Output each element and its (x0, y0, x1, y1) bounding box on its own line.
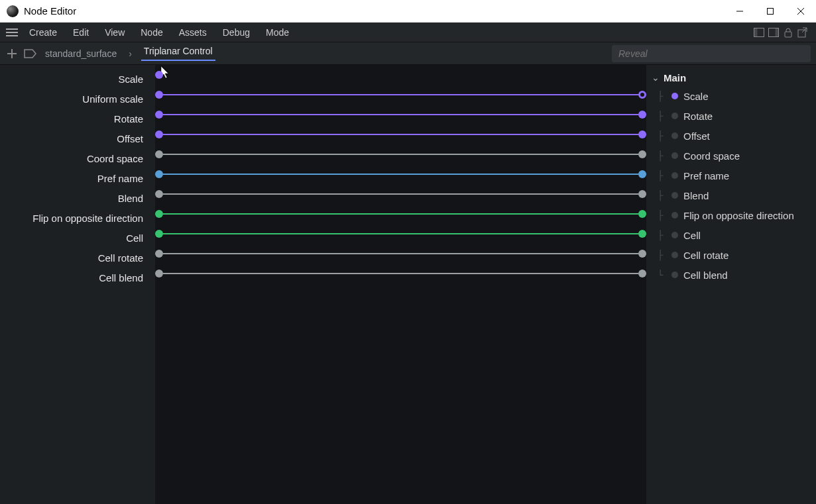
attribute-knob[interactable] (671, 132, 678, 139)
menu-item-mode[interactable]: Mode (258, 23, 297, 42)
side-item-label: Offset (683, 130, 710, 142)
side-item[interactable]: ├Flip on opposite direction (654, 205, 811, 225)
tree-branch-icon: ├ (654, 190, 666, 201)
param-row: Flip on opposite direction (0, 208, 155, 228)
lock-icon[interactable] (782, 26, 795, 39)
side-item-label: Cell rotate (683, 250, 729, 261)
param-label: Coord space (87, 153, 143, 164)
port-dot[interactable] (155, 150, 163, 158)
tag-icon[interactable] (24, 47, 37, 60)
svg-rect-12 (798, 30, 805, 37)
port-dot[interactable] (638, 210, 646, 218)
port-dot[interactable] (155, 210, 163, 218)
reveal-search[interactable] (612, 45, 811, 62)
layout-right-icon[interactable] (767, 26, 780, 39)
wire (163, 233, 638, 234)
attribute-knob[interactable] (671, 232, 678, 238)
wire (163, 154, 638, 155)
add-icon[interactable] (5, 47, 19, 60)
side-item[interactable]: ├Pref name (654, 166, 811, 185)
menu-item-create[interactable]: Create (21, 23, 65, 42)
port-dot[interactable] (155, 230, 163, 238)
attribute-knob[interactable] (671, 113, 678, 119)
port-dot[interactable] (638, 111, 646, 119)
side-item[interactable]: ├Cell rotate (654, 245, 811, 265)
hamburger-icon[interactable] (3, 23, 21, 42)
menu-item-view[interactable]: View (97, 23, 133, 42)
connection-line[interactable] (155, 249, 646, 258)
layout-left-icon[interactable] (752, 26, 766, 39)
breadcrumb-root[interactable]: standard_surface (42, 48, 119, 59)
menubar: CreateEditViewNodeAssetsDebugMode (0, 23, 816, 42)
attribute-knob[interactable] (671, 272, 678, 278)
maximize-button[interactable] (755, 0, 786, 23)
side-item[interactable]: └Cell blend (654, 265, 811, 285)
side-item[interactable]: ├Cell (654, 225, 811, 245)
connection-line[interactable] (155, 110, 646, 119)
port-dot[interactable] (155, 71, 163, 79)
connection-line[interactable] (155, 209, 646, 219)
port-dot[interactable] (638, 190, 646, 198)
wire (163, 213, 638, 215)
menu-item-node[interactable]: Node (133, 23, 170, 42)
port-dot[interactable] (155, 91, 163, 99)
param-label: Offset (117, 133, 143, 144)
port-dot[interactable] (155, 190, 163, 198)
port-dot[interactable] (638, 170, 646, 178)
connection-line[interactable] (155, 70, 646, 79)
minimize-button[interactable] (725, 0, 755, 23)
param-row: Cell blend (0, 268, 155, 287)
wire (163, 253, 638, 254)
app-icon (7, 5, 19, 17)
close-button[interactable] (786, 0, 816, 23)
menu-item-assets[interactable]: Assets (171, 23, 215, 42)
side-item-label: Cell (683, 230, 701, 241)
node-canvas[interactable] (155, 65, 646, 504)
side-item[interactable]: ├Coord space (654, 146, 811, 166)
port-dot[interactable] (155, 170, 163, 178)
side-item[interactable]: ├Offset (654, 126, 811, 146)
svg-rect-1 (768, 8, 774, 14)
tree-branch-icon: ├ (654, 230, 666, 240)
port-dot[interactable] (155, 250, 163, 258)
connection-line[interactable] (155, 90, 646, 99)
svg-rect-8 (754, 28, 758, 36)
param-label: Uniform scale (82, 93, 143, 105)
attribute-knob[interactable] (671, 93, 678, 99)
side-item[interactable]: ├Rotate (654, 106, 811, 126)
attribute-knob[interactable] (671, 212, 678, 219)
param-label: Scale (118, 74, 143, 85)
port-dot[interactable] (155, 111, 163, 119)
port-dot[interactable] (638, 270, 646, 277)
side-item[interactable]: ├Blend (654, 185, 811, 205)
connection-line[interactable] (155, 229, 646, 238)
tree-branch-icon: └ (654, 270, 666, 280)
port-dot[interactable] (155, 270, 163, 277)
menu-item-debug[interactable]: Debug (215, 23, 258, 42)
side-item[interactable]: ├Scale (654, 86, 811, 106)
port-dot[interactable] (638, 130, 646, 138)
connection-line[interactable] (155, 170, 646, 179)
connection-line[interactable] (155, 130, 646, 139)
breadcrumb-current[interactable]: Triplanar Control (141, 46, 215, 61)
port-dot[interactable] (155, 130, 163, 138)
attribute-knob[interactable] (671, 172, 678, 179)
chevron-down-icon[interactable]: ⌄ (652, 72, 660, 83)
popout-icon[interactable] (796, 26, 809, 39)
attribute-knob[interactable] (671, 252, 678, 258)
connection-line[interactable] (155, 189, 646, 199)
tree-branch-icon: ├ (654, 210, 666, 221)
reveal-input[interactable] (618, 48, 804, 59)
port-dot[interactable] (638, 230, 646, 238)
port-dot[interactable] (638, 91, 646, 99)
port-dot[interactable] (638, 150, 646, 158)
port-dot[interactable] (638, 250, 646, 258)
menu-item-edit[interactable]: Edit (65, 23, 97, 42)
connection-line[interactable] (155, 269, 646, 278)
titlebar: Node Editor (0, 0, 816, 23)
attribute-knob[interactable] (671, 152, 678, 159)
param-row: Scale (0, 69, 155, 89)
attribute-knob[interactable] (671, 192, 678, 199)
connection-line[interactable] (155, 150, 646, 159)
param-row: Cell rotate (0, 248, 155, 268)
